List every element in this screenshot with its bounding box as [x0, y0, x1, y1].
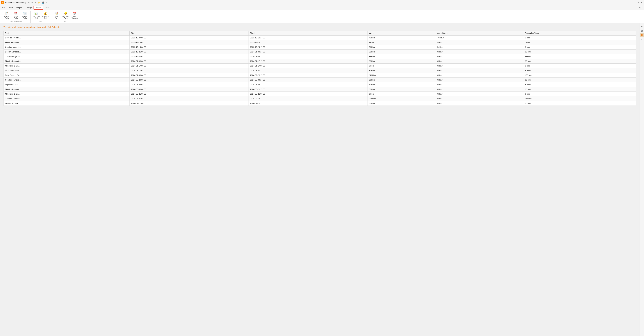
table-cell-row5-col5: 88Hour [523, 59, 636, 64]
table-cell-row10-col1: 2024-03-04 08:00 [130, 82, 248, 87]
task-allocation-button[interactable]: 📅 TaskAllocation [70, 11, 79, 20]
table-cell-row1-col3: 8Hour [368, 40, 436, 45]
ribbon-group-tasks-informations: 📋 CriticalTasks ⏰ DelayTasks 📉 BehindTas… [1, 11, 30, 23]
cost-label: Cost [32, 20, 50, 22]
table-cell-row5-col4: 0Hour [436, 59, 523, 64]
right-panel: ≪ ▦ ◧ ≡ [639, 23, 644, 336]
ribbon-group-items-tasks: 📋 CriticalTasks ⏰ DelayTasks 📉 BehindTas… [2, 11, 29, 20]
table-cell-row2-col5: 0Hour [523, 45, 636, 49]
table-cell-row11-col5: 80Hour [523, 87, 636, 92]
settings-button[interactable]: ⚙ [638, 6, 642, 10]
table-row: Develop Product...2023-12-07 08:002023-1… [4, 35, 636, 40]
table-cell-row2-col0: Conduct Market ... [4, 45, 130, 49]
table-cell-row3-col2: 2024-01-04 17:00 [248, 49, 368, 54]
right-panel-collapse-button[interactable]: ≪ [640, 24, 644, 28]
table-cell-row7-col4: 0Hour [436, 68, 523, 73]
resource-cost-label: ResourceCost [42, 15, 48, 19]
right-panel-layout-button[interactable]: ◧ [640, 33, 644, 37]
ribbon-group-items-cost: 📊 Top LevelCost 💰 ResourceCost [32, 11, 50, 20]
table-cell-row0-col4: 40Hour [436, 35, 523, 40]
behind-tasks-label: BehindTasks [22, 15, 27, 19]
table-cell-row10-col2: 2024-03-08 17:00 [248, 82, 368, 87]
title-bar: W Wondershare EdrawProj ↩ ↪ + 📁 💾 🖨 ⌄ ─ … [0, 0, 644, 5]
print-button[interactable]: 🖨 [45, 1, 48, 4]
table-cell-row9-col0: Conduct Functio... [4, 78, 130, 82]
right-panel-list-button[interactable]: ≡ [640, 37, 644, 41]
table-row: Create Design Pr...2023-12-20 08:002024-… [4, 54, 636, 59]
undo-button[interactable]: ↩ [27, 1, 30, 4]
new-button[interactable]: + [34, 1, 37, 4]
table-cell-row6-col1: 2024-01-17 08:00 [130, 64, 248, 68]
behind-tasks-button[interactable]: 📉 BehindTasks [20, 11, 29, 20]
table-cell-row5-col0: Finalize Product ... [4, 59, 130, 64]
menu-help[interactable]: Help [43, 6, 51, 9]
menu-file[interactable]: File [0, 6, 7, 9]
menu-task[interactable]: Task [7, 6, 15, 9]
table-cell-row10-col4: 0Hour [436, 82, 523, 87]
redo-button[interactable]: ↪ [30, 1, 34, 4]
menu-bar-wrapper: File Task Project Design Report Help ⚙ [0, 6, 644, 10]
page-subtitle: The total work, actual work and remainin… [4, 26, 636, 28]
table-cell-row12-col5: 0Hour [523, 92, 636, 96]
table-cell-row12-col2: 2024-03-21 08:00 [248, 92, 368, 96]
menu-design[interactable]: Design [24, 6, 33, 9]
table-cell-row11-col3: 80Hour [368, 87, 436, 92]
top-level-cost-button[interactable]: 📊 Top LevelCost [32, 11, 40, 20]
table-row: Conduct Compre...2024-03-21 08:002024-04… [4, 96, 636, 101]
table-cell-row6-col5: 0Hour [523, 64, 636, 68]
app-icon: W [1, 1, 4, 4]
top-level-cost-icon: 📊 [34, 12, 38, 15]
right-panel-grid-button[interactable]: ▦ [640, 29, 644, 32]
open-button[interactable]: 📁 [38, 1, 41, 4]
table-cell-row5-col2: 2024-01-17 17:00 [248, 59, 368, 64]
table-row: Milestone 1: Co...2024-01-17 08:002024-0… [4, 64, 636, 68]
table-cell-row0-col0: Develop Product... [4, 35, 130, 40]
table-cell-row6-col2: 2024-01-17 08:00 [248, 64, 368, 68]
task-work-button[interactable]: 📝 TaskWork [52, 11, 61, 20]
delay-tasks-button[interactable]: ⏰ DelayTasks [12, 11, 20, 20]
table-cell-row2-col3: 56Hour [368, 45, 436, 49]
minimize-button[interactable]: ─ [633, 1, 636, 4]
table-row: Procure Material...2024-01-17 08:002024-… [4, 68, 636, 73]
more-button[interactable]: ⌄ [48, 1, 51, 4]
table-cell-row13-col4: 0Hour [436, 96, 523, 101]
resource-cost-button[interactable]: 💰 ResourceCost [41, 11, 50, 20]
task-work-label: TaskWork [54, 15, 58, 19]
table-cell-row11-col2: 2024-03-21 17:00 [248, 87, 368, 92]
table-cell-row12-col4: 0Hour [436, 92, 523, 96]
table-cell-row10-col0: Implement Desi... [4, 82, 130, 87]
table-cell-row4-col3: 88Hour [368, 54, 436, 59]
table-cell-row8-col1: 2024-01-30 08:00 [130, 73, 248, 78]
table-row: Finalize Product ...2023-12-14 08:002023… [4, 40, 636, 45]
table-cell-row5-col3: 88Hour [368, 59, 436, 64]
table-row: Implement Desi...2024-03-04 08:002024-03… [4, 82, 636, 87]
table-cell-row9-col1: 2024-02-20 08:00 [130, 78, 248, 82]
col-header-finish: Finish [248, 31, 368, 35]
close-button[interactable]: ✕ [640, 1, 643, 4]
save-button[interactable]: 💾 [41, 1, 44, 4]
top-level-cost-label: Top LevelCost [33, 15, 40, 19]
menu-project[interactable]: Project [15, 6, 24, 9]
resource-work-label: ResourceWork [62, 15, 69, 19]
main-area: The total work, actual work and remainin… [0, 23, 644, 336]
delay-tasks-label: DelayTasks [14, 15, 18, 19]
restore-button[interactable]: ❐ [636, 1, 639, 4]
table-cell-row13-col2: 2024-04-12 17:00 [248, 96, 368, 101]
ribbon-group-work: 📝 TaskWork 👷 ResourceWork 📅 TaskAllocati… [51, 11, 80, 23]
menu-report[interactable]: Report [34, 6, 43, 10]
table-cell-row1-col4: 8Hour [436, 40, 523, 45]
table-cell-row7-col3: 80Hour [368, 68, 436, 73]
menu-bar: File Task Project Design Report Help ⚙ [0, 5, 644, 10]
col-header-start: Start [130, 31, 248, 35]
table-cell-row4-col4: 0Hour [436, 54, 523, 59]
critical-tasks-button[interactable]: 📋 CriticalTasks [2, 11, 11, 20]
table-cell-row3-col1: 2023-12-21 08:00 [130, 49, 248, 54]
col-header-task: Task [4, 31, 130, 35]
table-header-row: Task Start Finish Work Actual Work Remai… [4, 31, 636, 35]
ribbon: 📋 CriticalTasks ⏰ DelayTasks 📉 BehindTas… [0, 10, 644, 23]
table-cell-row7-col5: 80Hour [523, 68, 636, 73]
resource-work-button[interactable]: 👷 ResourceWork [61, 11, 70, 20]
table-cell-row1-col1: 2023-12-14 08:00 [130, 40, 248, 45]
table-cell-row11-col0: Finalize Product ... [4, 87, 130, 92]
table-cell-row0-col2: 2023-12-13 17:00 [248, 35, 368, 40]
